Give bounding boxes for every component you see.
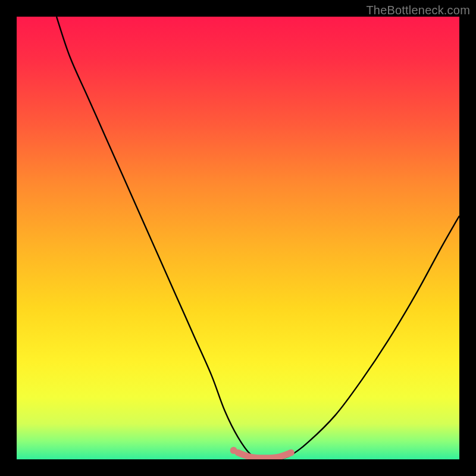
bottleneck-curve [57, 17, 459, 459]
watermark-text: TheBottleneck.com [366, 4, 470, 17]
optimal-flat-segment [238, 453, 291, 458]
chart-svg [17, 17, 459, 459]
chart-plot-area [17, 17, 459, 459]
chart-frame: TheBottleneck.com [0, 0, 476, 476]
optimal-start-dot [230, 447, 237, 454]
